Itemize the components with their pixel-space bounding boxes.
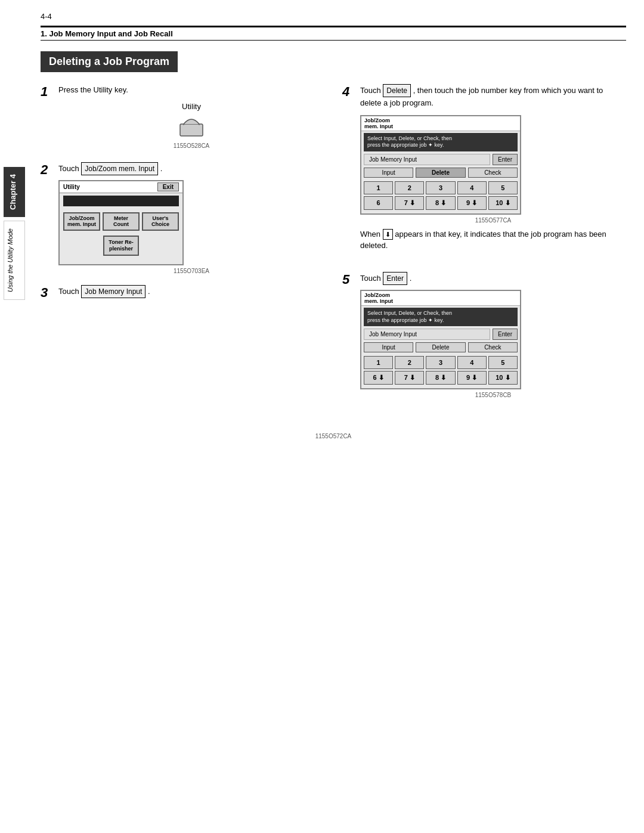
numpad-6: 6 [364,196,393,210]
when-text-2: appears in that key, it indicates that t… [360,230,606,250]
job-zoom-line1: Job/Zoom [69,215,95,221]
step-5-period: . [410,274,412,283]
numpad-8: 8 ⬇ [426,196,455,210]
numpad-s2-10: 10 ⬇ [488,371,518,385]
screen-black-bar [63,196,179,206]
numpad-4: 4 [457,181,487,194]
step-4: 4 Touch Delete , then touch the job numb… [342,84,626,261]
numpad-s2-5: 5 [488,356,518,369]
right-column: 4 Touch Delete , then touch the job numb… [342,84,626,409]
numpad-s2-1: 1 [364,356,393,369]
utility-key-svg [175,113,208,138]
step-3-period: . [148,287,150,296]
page-wrapper: Chapter 4 Using the Utility Mode 4-4 1. … [0,0,644,833]
left-column: 1 Press the Utility key. Utility [41,84,324,409]
step-3-number: 3 [41,286,54,299]
step-5-touch: Touch [360,274,381,283]
job-zoom-btn: Job/Zoom mem. Input [63,212,100,231]
numpad-s2-4: 4 [457,356,487,369]
jobzoom-instruction-1: Select Input, Delete, or Check, thenpres… [364,133,518,151]
step-1: 1 Press the Utility key. Utility [41,84,324,151]
users-line1: User's [152,215,168,221]
numpad-s2-3: 3 [426,356,455,369]
jobzoom-input-label-2: Job Memory Input [364,329,490,340]
delete-btn-1: Delete [416,168,465,178]
step-5-content: Touch Enter . Job/Zoommem. Input Select … [360,272,626,398]
step-5-code: 1155O578CB [360,392,626,398]
step-5-text: Touch Enter . [360,272,626,285]
numpad-s2-8: 8 ⬇ [426,371,455,385]
numpad-9: 9 ⬇ [457,196,487,210]
jobzoom-title-1: Job/Zoommem. Input [361,116,520,131]
delete-btn-2: Delete [416,342,465,352]
toner-btn: Toner Re- plenisher [103,236,139,256]
screen-buttons-row-1: Job/Zoom mem. Input Meter Count User's C… [60,209,182,234]
meter-count-btn: Meter Count [103,212,140,231]
input-btn-2: Input [364,342,413,352]
toner-line2: plenisher [109,246,133,252]
step-1-number: 1 [41,85,54,98]
exit-button: Exit [157,182,179,191]
utility-screen: Utility Exit Job/Zoom mem. Input M [58,180,184,265]
numpad-5: 5 [488,181,518,194]
utility-diagram: Utility 1155O528CA [58,102,324,149]
jobzoom-numpad-1: 1 2 3 4 5 6 7 ⬇ 8 ⬇ 9 ⬇ 10 ⬇ [364,181,518,210]
toner-line1: Toner Re- [109,239,133,245]
step-5-screen: Job/Zoommem. Input Select Input, Delete,… [360,290,521,389]
step-2-code: 1155O703EA [58,268,324,274]
step-3-button: Job Memory Input [81,285,145,298]
step-3: 3 Touch Job Memory Input . [41,285,324,303]
step-3-touch: Touch [58,287,79,296]
step-2-button: Job/Zoom mem. Input [81,162,158,175]
step-2-period: . [160,164,163,173]
numpad-3: 3 [426,181,455,194]
utility-label: Utility [58,102,324,111]
job-zoom-line2: mem. Input [67,221,96,227]
step-3-text: Touch Job Memory Input . [58,285,324,298]
chapter-tab: Chapter 4 [4,167,25,217]
step-2-number: 2 [41,163,54,176]
numpad-2: 2 [395,181,424,194]
numpad-s2-6: 6 ⬇ [364,371,393,385]
chapter-title: Deleting a Job Program [41,51,178,72]
step-1-text: Press the Utility key. [58,84,324,96]
step-4-text: Touch Delete , then touch the job number… [360,84,626,109]
when-text: When ⬇ appears in that key, it indicates… [360,228,626,252]
numpad-1: 1 [364,181,393,194]
jobzoom-action-row-1: Input Delete Check [364,166,518,179]
jobzoom-input-row-1: Job Memory Input Enter [364,154,518,165]
numpad-s2-2: 2 [395,356,424,369]
check-btn-2: Check [468,342,518,352]
svg-rect-0 [180,124,203,136]
step-4-code: 1155O577CA [360,217,626,224]
utility-screen-title-text: Utility [63,184,80,190]
numpad-10: 10 ⬇ [488,196,518,210]
page-number: 4-4 [41,12,626,21]
meter-line1: Meter [114,215,128,221]
arrow-icon: ⬇ [383,229,393,240]
jobzoom-numpad-2: 1 2 3 4 5 6 ⬇ 7 ⬇ 8 ⬇ 9 ⬇ 10 ⬇ [364,356,518,385]
users-choice-btn: User's Choice [142,212,179,231]
step-4-delete-button: Delete [383,84,411,97]
users-line2: Choice [151,221,169,227]
jobzoom-title-2: Job/Zoommem. Input [361,291,520,306]
jobzoom-instruction-2: Select Input, Delete, or Check, thenpres… [364,308,518,326]
step-4-number: 4 [342,85,355,98]
step-4-content: Touch Delete , then touch the job number… [360,84,626,261]
numpad-s2-7: 7 ⬇ [395,371,424,385]
utility-screen-title: Utility Exit [60,181,182,193]
side-tab: Chapter 4 Using the Utility Mode [0,0,29,833]
jobzoom-action-row-2: Input Delete Check [364,341,518,354]
bottom-code: 1155O572CA [41,433,626,439]
check-btn-1: Check [468,168,518,178]
step-5-enter-button: Enter [383,272,407,285]
step-2: 2 Touch Job/Zoom mem. Input . Utility Ex… [41,162,324,274]
jobzoom-input-label-1: Job Memory Input [364,154,490,165]
toner-btn-wrapper: Toner Re- plenisher [60,233,182,264]
step-2-content: Touch Job/Zoom mem. Input . Utility Exit [58,162,324,274]
jobzoom-enter-1: Enter [493,154,518,165]
meter-line2: Count [113,221,129,227]
section-header: 1. Job Memory Input and Job Recall [41,26,626,41]
when-text-1: When [360,230,380,239]
jobzoom-enter-2: Enter [493,329,518,340]
